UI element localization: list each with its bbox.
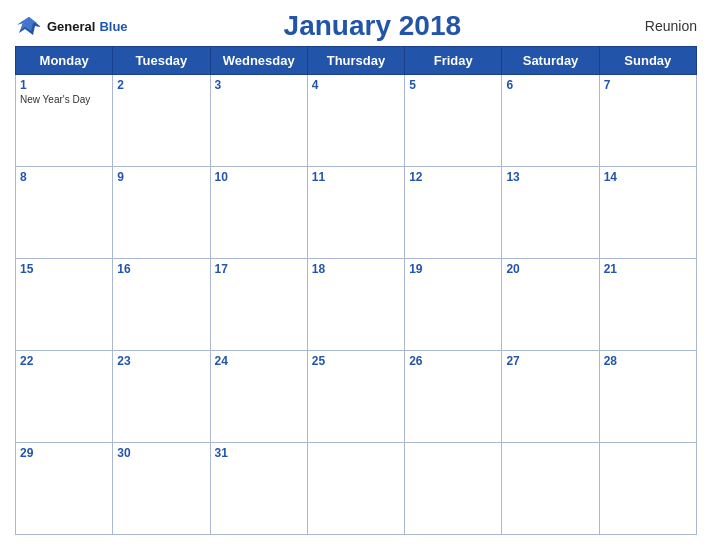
calendar-cell: 10	[210, 167, 307, 259]
weekday-header-monday: Monday	[16, 47, 113, 75]
weekday-header-row: MondayTuesdayWednesdayThursdayFridaySatu…	[16, 47, 697, 75]
calendar-cell: 4	[307, 75, 404, 167]
region-label: Reunion	[617, 18, 697, 34]
day-number: 11	[312, 170, 400, 184]
day-number: 10	[215, 170, 303, 184]
day-number: 12	[409, 170, 497, 184]
calendar-cell: 15	[16, 259, 113, 351]
day-number: 1	[20, 78, 108, 92]
day-number: 14	[604, 170, 692, 184]
day-number: 6	[506, 78, 594, 92]
calendar-cell: 1New Year's Day	[16, 75, 113, 167]
calendar-cell: 28	[599, 351, 696, 443]
calendar-cell: 16	[113, 259, 210, 351]
day-number: 13	[506, 170, 594, 184]
calendar-week-4: 22232425262728	[16, 351, 697, 443]
calendar-cell	[405, 443, 502, 535]
weekday-header-saturday: Saturday	[502, 47, 599, 75]
calendar-cell: 27	[502, 351, 599, 443]
logo: General Blue	[15, 15, 128, 37]
day-number: 3	[215, 78, 303, 92]
day-number: 17	[215, 262, 303, 276]
weekday-header-tuesday: Tuesday	[113, 47, 210, 75]
calendar-cell: 8	[16, 167, 113, 259]
calendar-cell	[307, 443, 404, 535]
calendar-cell: 24	[210, 351, 307, 443]
calendar-week-2: 891011121314	[16, 167, 697, 259]
calendar-cell: 19	[405, 259, 502, 351]
day-number: 21	[604, 262, 692, 276]
calendar-cell: 2	[113, 75, 210, 167]
calendar-cell	[599, 443, 696, 535]
day-number: 9	[117, 170, 205, 184]
calendar-cell: 20	[502, 259, 599, 351]
day-number: 30	[117, 446, 205, 460]
day-number: 25	[312, 354, 400, 368]
calendar-cell: 11	[307, 167, 404, 259]
day-number: 29	[20, 446, 108, 460]
calendar-cell	[502, 443, 599, 535]
calendar-cell: 12	[405, 167, 502, 259]
calendar-week-5: 293031	[16, 443, 697, 535]
day-number: 20	[506, 262, 594, 276]
day-number: 22	[20, 354, 108, 368]
calendar-cell: 26	[405, 351, 502, 443]
calendar-cell: 3	[210, 75, 307, 167]
day-number: 28	[604, 354, 692, 368]
calendar-cell: 9	[113, 167, 210, 259]
weekday-header-wednesday: Wednesday	[210, 47, 307, 75]
day-number: 7	[604, 78, 692, 92]
month-title: January 2018	[128, 10, 617, 42]
day-number: 16	[117, 262, 205, 276]
day-number: 8	[20, 170, 108, 184]
calendar-cell: 31	[210, 443, 307, 535]
calendar-cell: 18	[307, 259, 404, 351]
day-number: 18	[312, 262, 400, 276]
calendar-week-1: 1New Year's Day234567	[16, 75, 697, 167]
logo-general-text: General	[47, 19, 95, 34]
day-number: 23	[117, 354, 205, 368]
holiday-label: New Year's Day	[20, 94, 108, 105]
day-number: 5	[409, 78, 497, 92]
calendar-cell: 5	[405, 75, 502, 167]
calendar-cell: 14	[599, 167, 696, 259]
day-number: 24	[215, 354, 303, 368]
day-number: 31	[215, 446, 303, 460]
day-number: 26	[409, 354, 497, 368]
day-number: 2	[117, 78, 205, 92]
day-number: 19	[409, 262, 497, 276]
calendar-cell: 21	[599, 259, 696, 351]
weekday-header-sunday: Sunday	[599, 47, 696, 75]
calendar-cell: 7	[599, 75, 696, 167]
weekday-header-thursday: Thursday	[307, 47, 404, 75]
calendar-table: MondayTuesdayWednesdayThursdayFridaySatu…	[15, 46, 697, 535]
calendar-cell: 13	[502, 167, 599, 259]
weekday-header-friday: Friday	[405, 47, 502, 75]
logo-icon	[15, 15, 43, 37]
calendar-cell: 29	[16, 443, 113, 535]
day-number: 4	[312, 78, 400, 92]
day-number: 15	[20, 262, 108, 276]
calendar-cell: 22	[16, 351, 113, 443]
calendar-cell: 30	[113, 443, 210, 535]
logo-blue-text: Blue	[99, 19, 127, 34]
day-number: 27	[506, 354, 594, 368]
calendar-cell: 25	[307, 351, 404, 443]
calendar-cell: 17	[210, 259, 307, 351]
top-bar: General Blue January 2018 Reunion	[15, 10, 697, 42]
calendar-week-3: 15161718192021	[16, 259, 697, 351]
calendar-cell: 6	[502, 75, 599, 167]
calendar-cell: 23	[113, 351, 210, 443]
